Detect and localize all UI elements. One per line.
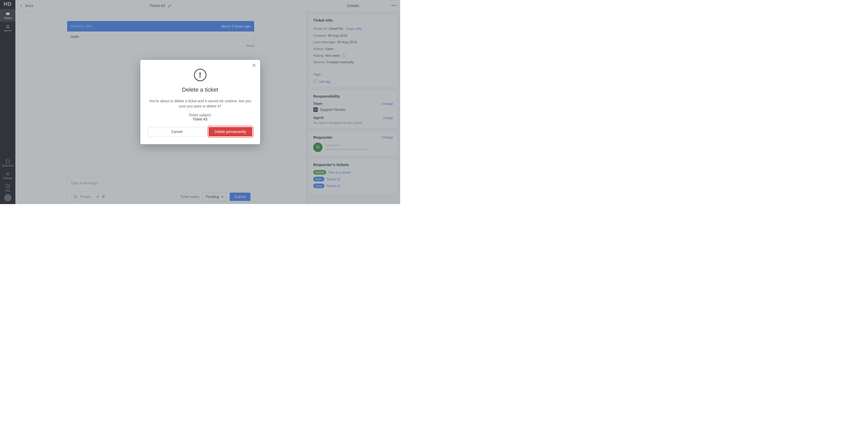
delete-ticket-modal: ! Delete a ticket You're about to delete… [140, 60, 260, 145]
modal-body: You're about to delete a ticket and it c… [148, 98, 252, 109]
cancel-button[interactable]: Cancel [148, 127, 206, 136]
close-icon[interactable] [252, 63, 256, 68]
modal-scrim[interactable]: ! Delete a ticket You're about to delete… [0, 0, 400, 204]
modal-subject-value: Ticket #3 [148, 117, 252, 121]
warning-icon: ! [194, 69, 207, 81]
delete-permanently-button[interactable]: Delete permanently [209, 127, 252, 136]
modal-title: Delete a ticket [148, 87, 252, 93]
modal-subject-label: Ticket subject: [148, 113, 252, 117]
